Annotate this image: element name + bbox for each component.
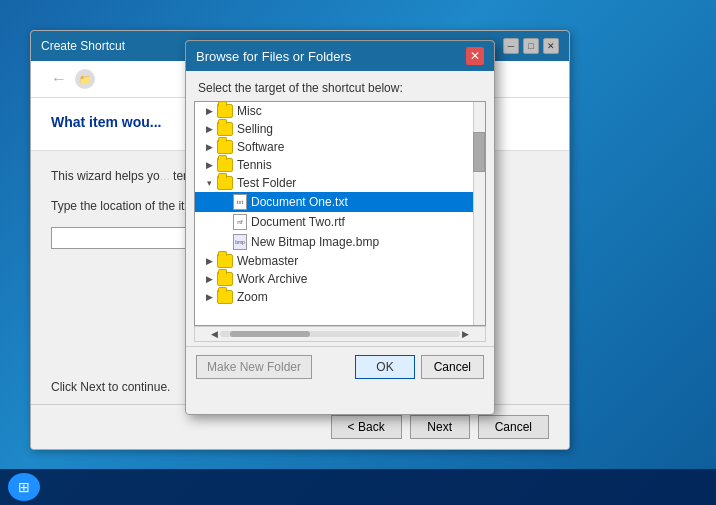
taskbar: ⊞: [0, 469, 716, 505]
back-arrow[interactable]: ←: [51, 70, 67, 88]
item-label-work-archive: Work Archive: [237, 272, 307, 286]
file-icon-doc-two: [233, 214, 247, 230]
item-label-misc: Misc: [237, 104, 262, 118]
expand-selling[interactable]: [203, 123, 215, 135]
next-button[interactable]: Next: [410, 415, 470, 439]
dialog-titlebar-controls: ✕: [466, 47, 484, 65]
minimize-btn[interactable]: ─: [503, 38, 519, 54]
item-label-webmaster: Webmaster: [237, 254, 298, 268]
cancel-button[interactable]: Cancel: [478, 415, 549, 439]
folder-icon-test-folder: [217, 176, 233, 190]
item-label-selling: Selling: [237, 122, 273, 136]
dialog-close-button[interactable]: ✕: [466, 47, 484, 65]
scroll-left-arrow[interactable]: ◀: [209, 329, 220, 339]
maximize-btn[interactable]: □: [523, 38, 539, 54]
item-label-doc-two: Document Two.rtf: [251, 215, 345, 229]
item-label-bitmap: New Bitmap Image.bmp: [251, 235, 379, 249]
folder-tree[interactable]: Misc Selling Software T: [194, 101, 486, 326]
folder-icon-tennis: [217, 158, 233, 172]
folder-icon-webmaster: [217, 254, 233, 268]
tree-item-doc-two[interactable]: Document Two.rtf: [195, 212, 485, 232]
start-button[interactable]: ⊞: [8, 473, 40, 501]
scrollbar-track: [220, 331, 460, 337]
expand-zoom[interactable]: [203, 291, 215, 303]
tree-item-misc[interactable]: Misc: [195, 102, 485, 120]
tree-item-tennis[interactable]: Tennis: [195, 156, 485, 174]
dialog-footer: Make New Folder OK Cancel: [186, 346, 494, 387]
wizard-title: Create Shortcut: [41, 39, 125, 53]
dialog-subtitle: Select the target of the shortcut below:: [186, 71, 494, 101]
tree-item-webmaster[interactable]: Webmaster: [195, 252, 485, 270]
expand-work-archive[interactable]: [203, 273, 215, 285]
tree-item-work-archive[interactable]: Work Archive: [195, 270, 485, 288]
item-label-tennis: Tennis: [237, 158, 272, 172]
ok-button[interactable]: OK: [355, 355, 414, 379]
scroll-right-arrow[interactable]: ▶: [460, 329, 471, 339]
make-new-folder-button[interactable]: Make New Folder: [196, 355, 312, 379]
expand-doc-one: [219, 196, 231, 208]
item-label-software: Software: [237, 140, 284, 154]
expand-test-folder[interactable]: [203, 177, 215, 189]
tree-scrollbar[interactable]: [473, 102, 485, 325]
expand-bitmap: [219, 236, 231, 248]
dialog-cancel-button[interactable]: Cancel: [421, 355, 484, 379]
dialog-title: Browse for Files or Folders: [196, 49, 351, 64]
expand-misc[interactable]: [203, 105, 215, 117]
folder-icon-zoom: [217, 290, 233, 304]
file-icon-doc-one: [233, 194, 247, 210]
tree-item-bitmap[interactable]: New Bitmap Image.bmp: [195, 232, 485, 252]
item-label-zoom: Zoom: [237, 290, 268, 304]
tree-container: Misc Selling Software T: [186, 101, 494, 326]
folder-icon-selling: [217, 122, 233, 136]
folder-icon-work-archive: [217, 272, 233, 286]
tree-item-doc-one[interactable]: Document One.txt: [195, 192, 485, 212]
expand-tennis[interactable]: [203, 159, 215, 171]
back-button[interactable]: < Back: [331, 415, 402, 439]
tree-item-selling[interactable]: Selling: [195, 120, 485, 138]
close-btn[interactable]: ✕: [543, 38, 559, 54]
folder-icon-misc: [217, 104, 233, 118]
dialog-titlebar: Browse for Files or Folders ✕: [186, 41, 494, 71]
tree-item-software[interactable]: Software: [195, 138, 485, 156]
folder-icon-software: [217, 140, 233, 154]
scrollbar-thumb-h[interactable]: [230, 331, 310, 337]
browse-dialog: Browse for Files or Folders ✕ Select the…: [185, 40, 495, 415]
tree-item-test-folder[interactable]: Test Folder: [195, 174, 485, 192]
titlebar-controls: ─ □ ✕: [503, 38, 559, 54]
expand-webmaster[interactable]: [203, 255, 215, 267]
horizontal-scrollbar[interactable]: ◀ ▶: [194, 326, 486, 342]
item-label-test-folder: Test Folder: [237, 176, 296, 190]
desktop: Create Shortcut ─ □ ✕ ← 📁 What item wou.…: [0, 0, 716, 505]
scrollbar-thumb[interactable]: [473, 132, 485, 172]
expand-software[interactable]: [203, 141, 215, 153]
item-label-doc-one: Document One.txt: [251, 195, 348, 209]
expand-doc-two: [219, 216, 231, 228]
tree-item-zoom[interactable]: Zoom: [195, 288, 485, 306]
wizard-nav-icon: 📁: [75, 69, 95, 89]
file-icon-bitmap: [233, 234, 247, 250]
